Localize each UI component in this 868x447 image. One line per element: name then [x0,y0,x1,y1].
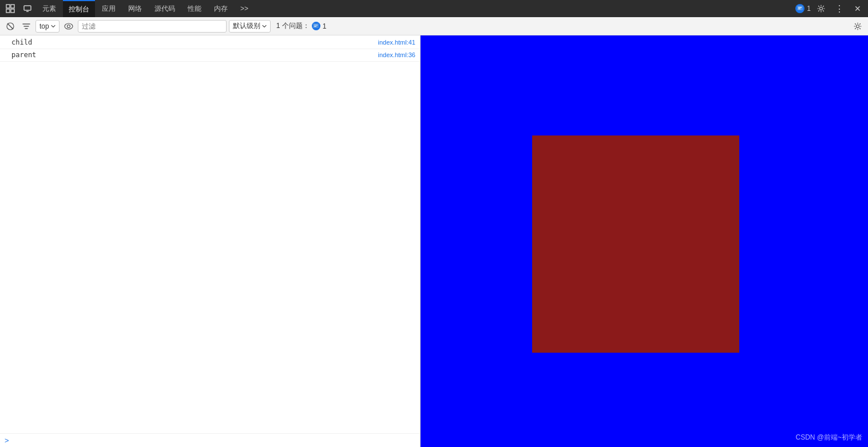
preview-panel: CSDN @前端~初学者 [421,35,868,447]
svg-line-11 [7,23,13,29]
settings-icon[interactable] [813,1,829,16]
filter-toggle-button[interactable] [19,19,33,33]
context-selector[interactable]: top [35,20,60,33]
console-entries: child index.html:41 parent index.html:36 [0,35,420,433]
main-area: child index.html:41 parent index.html:36… [0,35,868,447]
tab-elements[interactable]: 元素 [37,0,62,17]
tab-network[interactable]: 网络 [122,0,148,17]
console-toolbar: top 默认级别 1 个问题： 1 [0,17,868,35]
svg-rect-0 [6,5,10,8]
entry-source-child[interactable]: index.html:41 [378,39,415,46]
console-prompt-area: > [0,433,420,447]
svg-rect-2 [6,9,10,13]
svg-rect-3 [11,9,14,13]
entry-message-parent: parent [11,51,374,59]
issues-counter: 1 个问题： 1 [273,21,330,31]
prompt-arrow: > [5,436,9,445]
tab-performance[interactable]: 性能 [182,0,207,17]
issues-badge [312,22,320,30]
tab-sources[interactable]: 源代码 [149,0,181,17]
svg-rect-14 [313,23,319,28]
level-selector[interactable]: 默认级别 [229,20,271,33]
issues-count-num: 1 [323,22,327,30]
svg-rect-4 [24,6,31,10]
nav-right-area: 1 ⋮ ✕ [795,1,866,16]
tab-memory[interactable]: 内存 [208,0,233,17]
preview-red-box [532,135,739,353]
more-icon[interactable]: ⋮ [831,1,847,16]
clear-console-button[interactable] [3,19,17,33]
top-nav-bar: 元素 控制台 应用 网络 源代码 性能 内存 >> 1 ⋮ ✕ [0,0,868,17]
console-panel: child index.html:41 parent index.html:36… [0,35,421,447]
issues-label: 1 个问题： [276,21,310,31]
close-devtools-button[interactable]: ✕ [850,2,866,15]
svg-point-9 [820,7,823,10]
tab-application[interactable]: 应用 [96,0,121,17]
svg-rect-6 [797,6,803,10]
device-icon[interactable] [19,1,35,16]
badge-count: 1 [807,5,811,13]
svg-point-12 [65,23,73,29]
tab-more[interactable]: >> [235,0,254,17]
console-badge [795,4,804,13]
entry-source-parent[interactable]: index.html:36 [378,51,415,58]
level-label: 默认级别 [233,21,260,31]
svg-point-13 [67,25,70,27]
entry-message-child: child [11,38,374,46]
svg-point-17 [857,25,859,27]
tab-console[interactable]: 控制台 [63,0,95,17]
filter-input[interactable] [78,20,227,33]
console-settings-button[interactable] [851,19,865,33]
console-entry-parent: parent index.html:36 [0,49,420,62]
context-label: top [39,22,49,30]
svg-rect-1 [11,5,14,8]
console-entry-child: child index.html:41 [0,37,420,49]
eye-button[interactable] [62,19,76,33]
inspect-icon[interactable] [2,1,18,16]
watermark-text: CSDN @前端~初学者 [795,433,862,442]
